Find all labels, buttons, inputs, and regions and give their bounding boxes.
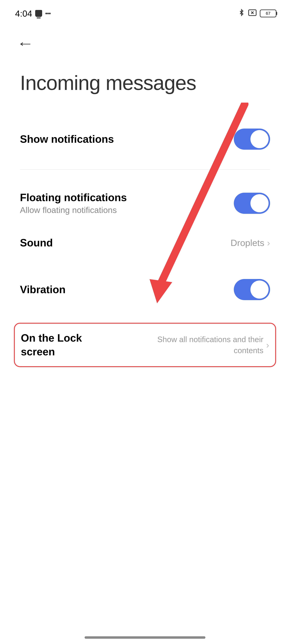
back-button[interactable]: ← <box>0 18 290 52</box>
vibration-row[interactable]: Vibration <box>20 264 270 315</box>
floating-notifications-toggle[interactable] <box>234 193 270 214</box>
lock-screen-row[interactable]: On the Lockscreen Show all notifications… <box>14 323 276 367</box>
sound-label: Sound <box>20 237 53 249</box>
show-notifications-toggle[interactable] <box>234 128 270 150</box>
floating-notifications-subtitle: Allow floating notifications <box>20 205 127 215</box>
vibration-toggle[interactable] <box>234 279 270 300</box>
vibration-label: Vibration <box>20 284 66 296</box>
show-notifications-row[interactable]: Show notifications <box>20 122 270 170</box>
setting-label-container: Floating notifications Allow floating no… <box>20 192 127 215</box>
rotation-lock-icon <box>248 9 257 18</box>
lock-screen-label: On the Lockscreen <box>21 331 82 359</box>
setting-label-container: Show notifications <box>20 133 114 145</box>
battery-icon: 67 <box>260 10 276 17</box>
battery-level: 67 <box>261 11 275 16</box>
bluetooth-icon <box>238 8 245 18</box>
sound-value: Droplets <box>231 238 264 248</box>
floating-notifications-label: Floating notifications <box>20 192 127 204</box>
chevron-right-icon: › <box>266 340 269 350</box>
chevron-right-icon: › <box>267 238 270 248</box>
floating-notifications-row[interactable]: Floating notifications Allow floating no… <box>20 185 270 222</box>
status-right: 67 <box>238 8 276 18</box>
lock-screen-value: Show all notifications and their content… <box>146 334 263 356</box>
status-left: 4:04 ••• <box>15 8 51 18</box>
sound-row[interactable]: Sound Droplets › <box>20 222 270 264</box>
status-time: 4:04 <box>15 8 32 18</box>
silent-icon <box>35 10 42 17</box>
navigation-bar-handle[interactable] <box>85 636 205 639</box>
page-title: Incoming messages <box>0 52 290 94</box>
lock-screen-value-container: Show all notifications and their content… <box>146 334 269 356</box>
show-notifications-label: Show notifications <box>20 133 114 145</box>
more-dots-icon: ••• <box>45 10 51 16</box>
back-arrow-icon: ← <box>17 35 34 52</box>
setting-label-container: On the Lockscreen <box>21 331 82 359</box>
status-bar: 4:04 ••• 67 <box>0 0 290 18</box>
sound-value-container: Droplets › <box>231 238 270 248</box>
settings-list: Show notifications Floating notification… <box>0 94 290 367</box>
